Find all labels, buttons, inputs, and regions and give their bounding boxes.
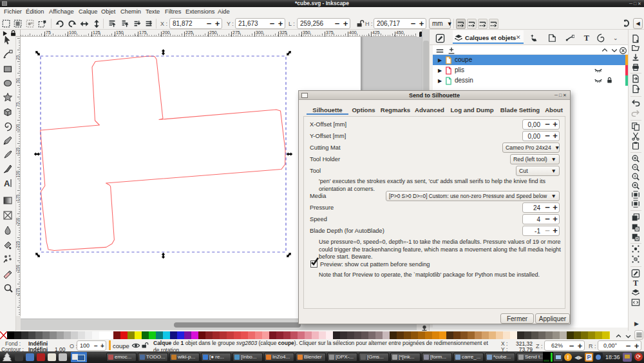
svg-text:A: A (4, 179, 10, 188)
svg-text:T: T (584, 34, 589, 43)
svg-text:T: T (633, 279, 638, 288)
